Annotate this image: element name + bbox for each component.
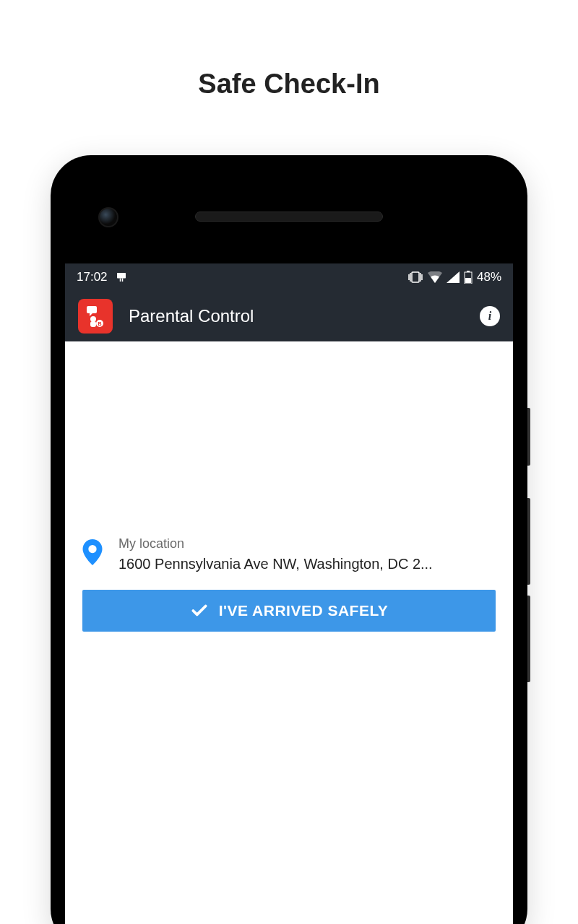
svg-rect-11 xyxy=(87,306,97,313)
phone-top-bezel xyxy=(58,162,520,263)
svg-rect-1 xyxy=(119,279,121,282)
phone-side-button xyxy=(527,498,530,585)
svg-rect-0 xyxy=(117,273,126,279)
battery-percent: 48% xyxy=(477,270,501,284)
svg-rect-2 xyxy=(121,279,123,282)
status-bar: 17:02 xyxy=(65,263,513,291)
phone-screen: 17:02 xyxy=(65,263,513,924)
location-text: My location 1600 Pennsylvania Ave NW, Wa… xyxy=(118,536,496,572)
arrived-safely-button[interactable]: I'VE ARRIVED SAFELY xyxy=(82,590,496,632)
app-bar-title: Parental Control xyxy=(129,306,464,326)
phone-side-button xyxy=(527,596,530,682)
app-bar: B Parental Control i xyxy=(65,291,513,341)
arrived-button-label: I'VE ARRIVED SAFELY xyxy=(219,602,389,619)
svg-point-16 xyxy=(88,545,96,553)
main-content: My location 1600 Pennsylvania Ave NW, Wa… xyxy=(65,341,513,924)
location-address: 1600 Pennsylvania Ave NW, Washington, DC… xyxy=(118,556,496,572)
svg-text:B: B xyxy=(98,321,101,326)
phone-inner-frame: 17:02 xyxy=(58,162,520,924)
location-pin-icon xyxy=(82,539,104,568)
signal-icon xyxy=(447,271,460,283)
svg-rect-10 xyxy=(465,278,471,283)
app-logo-icon: B xyxy=(78,299,113,334)
svg-point-12 xyxy=(90,316,96,322)
location-section: My location 1600 Pennsylvania Ave NW, Wa… xyxy=(82,536,496,632)
status-bar-left: 17:02 xyxy=(77,270,128,284)
status-bar-right: 48% xyxy=(407,270,501,284)
svg-rect-3 xyxy=(412,272,419,282)
notification-icon xyxy=(115,271,128,284)
vibrate-icon xyxy=(407,271,423,284)
phone-device-frame: 17:02 xyxy=(51,155,527,924)
svg-rect-13 xyxy=(90,321,96,327)
info-button[interactable]: i xyxy=(480,306,500,326)
status-time: 17:02 xyxy=(77,270,108,284)
phone-speaker xyxy=(195,212,383,222)
phone-camera xyxy=(98,207,118,227)
location-label: My location xyxy=(118,536,496,552)
checkmark-icon xyxy=(190,601,209,620)
location-row: My location 1600 Pennsylvania Ave NW, Wa… xyxy=(82,536,496,572)
wifi-icon xyxy=(428,271,442,283)
page-title: Safe Check-In xyxy=(0,69,578,100)
phone-side-button xyxy=(527,408,530,466)
battery-icon xyxy=(464,271,473,284)
